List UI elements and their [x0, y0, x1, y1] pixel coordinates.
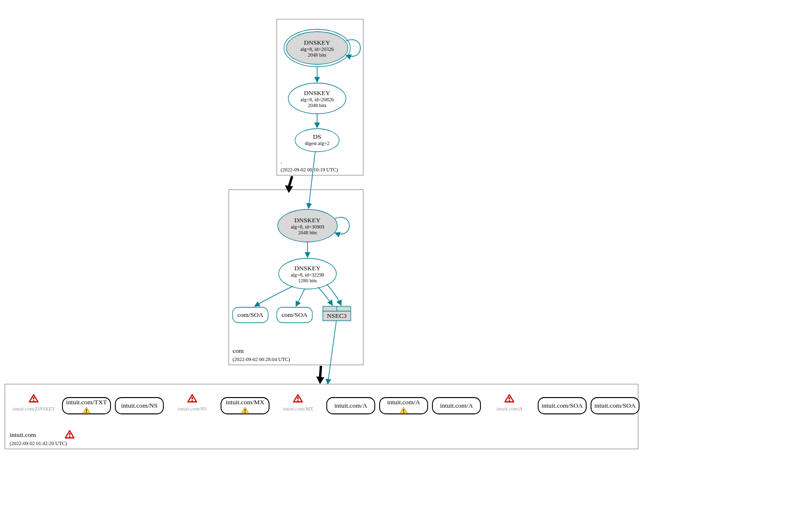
- rr-missing: intuit.com/A: [496, 395, 522, 411]
- svg-text:DNSKEY: DNSKEY: [304, 39, 331, 46]
- node-com-ksk: DNSKEY alg=8, id=30909 2048 bits: [278, 209, 337, 242]
- rr-missing: intuit.com/DNSKEY: [12, 395, 56, 411]
- rr-node: intuit.com/SOA: [538, 398, 586, 414]
- svg-rect-46: [403, 409, 404, 411]
- svg-text:DNSKEY: DNSKEY: [295, 265, 321, 272]
- rr-node: intuit.com/NS: [115, 398, 163, 414]
- rr-missing: intuit.com/NS: [178, 395, 207, 411]
- svg-rect-47: [403, 412, 404, 413]
- svg-rect-31: [33, 397, 35, 399]
- zone-root-label: .: [281, 157, 282, 165]
- svg-rect-42: [297, 397, 299, 399]
- error-icon: [505, 395, 514, 402]
- svg-text:alg=8, id=30909: alg=8, id=30909: [291, 224, 324, 230]
- svg-text:DNSKEY: DNSKEY: [295, 217, 321, 224]
- svg-rect-32: [33, 400, 35, 401]
- rr-node: intuit.com/A: [380, 398, 428, 414]
- svg-rect-41: [245, 412, 246, 413]
- zone-root: . (2022-09-02 00:10:19 UTC) DNSKEY alg=8…: [277, 19, 363, 175]
- svg-rect-54: [69, 436, 71, 437]
- dnssec-graph: . (2022-09-02 00:10:19 UTC) DNSKEY alg=8…: [0, 0, 788, 532]
- rr-label: intuit.com/A: [387, 399, 420, 406]
- node-com-soa-2: com/SOA: [277, 307, 312, 323]
- edge-com-zsk-nsec3b: [327, 284, 341, 305]
- edge-com-zsk-soa1: [255, 286, 293, 306]
- edge-com-zsk-soa2: [296, 289, 305, 306]
- rr-label: intuit.com/NS: [178, 406, 207, 411]
- rr-label: intuit.com/NS: [121, 402, 158, 409]
- rr-label: intuit.com/A: [440, 402, 473, 409]
- edge-nsec3-to-intuit: [328, 321, 336, 384]
- rr-node: intuit.com/MX: [221, 398, 269, 414]
- svg-text:digest alg=2: digest alg=2: [305, 141, 330, 146]
- node-root-ksk: DNSKEY alg=8, id=20326 2048 bits: [284, 29, 350, 67]
- rr-label: intuit.com/TXT: [66, 399, 107, 406]
- svg-rect-49: [509, 397, 510, 399]
- rr-missing: intuit.com/MX: [283, 395, 314, 411]
- svg-text:DNSKEY: DNSKEY: [304, 89, 331, 97]
- zone-root-ts: (2022-09-02 00:10:19 UTC): [281, 167, 338, 173]
- rr-label: intuit.com/MX: [226, 399, 265, 406]
- intuit-row: intuit.com/DNSKEYintuit.com/TXTintuit.co…: [12, 395, 639, 414]
- error-icon: [188, 395, 197, 402]
- svg-text:DS: DS: [313, 133, 321, 140]
- svg-text:NSEC3: NSEC3: [327, 312, 347, 319]
- svg-rect-30: [5, 384, 638, 449]
- zone-intuit-ts: (2022-09-02 01:42:20 UTC): [10, 441, 67, 447]
- zone-intuit-label: intuit.com: [10, 431, 37, 438]
- node-com-nsec3: NSEC3: [323, 306, 351, 321]
- error-icon: [65, 431, 74, 438]
- svg-text:2048 bits: 2048 bits: [298, 230, 317, 235]
- rr-node: intuit.com/TXT: [62, 398, 111, 414]
- zone-com-ts: (2022-09-02 00:28:04 UTC): [233, 357, 290, 363]
- rr-label: intuit.com/SOA: [594, 402, 636, 409]
- svg-text:2048 bits: 2048 bits: [308, 52, 327, 58]
- svg-text:alg=8, id=32298: alg=8, id=32298: [291, 272, 324, 278]
- svg-text:com/SOA: com/SOA: [282, 311, 308, 318]
- error-icon: [29, 395, 38, 402]
- node-com-zsk: DNSKEY alg=8, id=32298 1280 bits: [279, 258, 336, 289]
- rr-label: intuit.com/MX: [283, 406, 314, 411]
- zone-intuit: intuit.com (2022-09-02 01:42:20 UTC) int…: [5, 384, 639, 449]
- node-root-ds: DS digest alg=2: [295, 129, 339, 152]
- zone-com-label: com: [233, 347, 244, 354]
- edge-com-zsk-nsec3a: [318, 287, 332, 305]
- node-root-zsk: DNSKEY alg=8, id=20826 2048 bits: [288, 83, 346, 114]
- svg-text:com/SOA: com/SOA: [237, 311, 263, 318]
- svg-text:alg=8, id=20826: alg=8, id=20826: [300, 97, 334, 102]
- node-com-soa-1: com/SOA: [233, 307, 268, 323]
- svg-text:1280 bits: 1280 bits: [298, 278, 317, 283]
- svg-rect-35: [86, 412, 87, 413]
- svg-point-10: [295, 129, 339, 152]
- error-icon: [294, 395, 302, 402]
- rr-node: intuit.com/A: [327, 398, 375, 414]
- rr-node: intuit.com/SOA: [591, 398, 639, 414]
- svg-rect-37: [192, 397, 193, 399]
- zone-com: com (2022-09-02 00:28:04 UTC) DNSKEY alg…: [229, 190, 363, 365]
- svg-rect-50: [509, 400, 510, 401]
- rr-node: intuit.com/A: [432, 398, 480, 414]
- svg-text:2048 bits: 2048 bits: [308, 103, 327, 108]
- svg-text:alg=8, id=20326: alg=8, id=20326: [300, 47, 334, 52]
- edge-com-to-intuit-zone: [316, 366, 324, 384]
- rr-label: intuit.com/A: [496, 406, 522, 411]
- svg-rect-40: [245, 409, 246, 411]
- svg-rect-43: [297, 400, 299, 401]
- svg-rect-38: [192, 400, 193, 401]
- zone-intuit-warning-icon: [65, 431, 74, 438]
- svg-rect-53: [69, 433, 71, 435]
- svg-rect-34: [86, 409, 87, 411]
- rr-label: intuit.com/DNSKEY: [12, 406, 56, 411]
- edge-root-ds-com-ksk: [308, 152, 315, 208]
- rr-label: intuit.com/SOA: [542, 402, 583, 409]
- edge-root-to-com-zone: [285, 176, 293, 193]
- rr-label: intuit.com/A: [334, 402, 368, 409]
